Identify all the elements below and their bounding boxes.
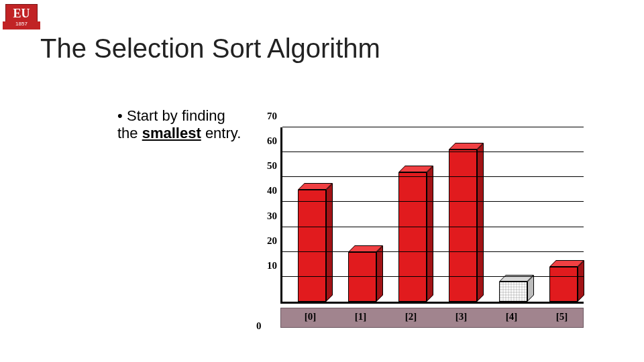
bar-front <box>499 282 527 302</box>
bar-front <box>549 267 578 302</box>
bar-side-face <box>326 183 333 302</box>
bar-front <box>298 190 326 302</box>
gridline <box>282 201 584 202</box>
chart: 0 10203040506070 [0][1][2][3][4][5] <box>248 127 584 328</box>
chart-plot-area: 10203040506070 <box>280 127 584 304</box>
bullet-marker: • <box>117 107 127 125</box>
bar-front <box>348 252 376 302</box>
x-tick-label: [4] <box>492 311 532 322</box>
x-axis-strip: [0][1][2][3][4][5] <box>280 308 584 328</box>
bar-side-face <box>427 166 433 302</box>
gridline <box>282 127 584 127</box>
logo-banner: 1857 <box>5 21 38 31</box>
x-tick-label: [5] <box>542 311 582 322</box>
x-tick-label: [0] <box>290 311 331 322</box>
bar-side-face <box>376 245 383 302</box>
bar-side-face <box>477 143 484 302</box>
bar-side-face <box>578 260 584 302</box>
page-title: The Selection Sort Algorithm <box>40 34 380 64</box>
bullet-emphasis: smallest <box>142 125 201 141</box>
y-tick-label: 70 <box>253 111 277 122</box>
eu-logo: EU 1857 <box>5 4 38 31</box>
y-tick-label: 40 <box>253 185 277 196</box>
bullet-suffix: entry. <box>201 125 241 141</box>
x-tick-label: [1] <box>341 311 381 322</box>
y-tick-label: 20 <box>253 235 277 246</box>
y-tick-label: 50 <box>253 160 277 172</box>
logo-year: 1857 <box>5 21 38 27</box>
y-tick-0: 0 <box>256 320 262 332</box>
y-tick-label: 30 <box>253 210 277 221</box>
bar-front <box>398 172 427 302</box>
gridline <box>282 227 584 227</box>
gridline <box>282 251 584 252</box>
bullet-point: •Start by finding the smallest entry. <box>117 107 245 143</box>
y-tick-label: 60 <box>253 135 277 147</box>
x-tick-label: [2] <box>391 311 431 322</box>
gridline <box>282 152 584 152</box>
y-tick-label: 10 <box>253 259 277 271</box>
logo-text: EU <box>5 4 38 23</box>
gridline <box>282 276 584 277</box>
gridline <box>282 176 584 177</box>
x-tick-label: [3] <box>441 311 482 322</box>
